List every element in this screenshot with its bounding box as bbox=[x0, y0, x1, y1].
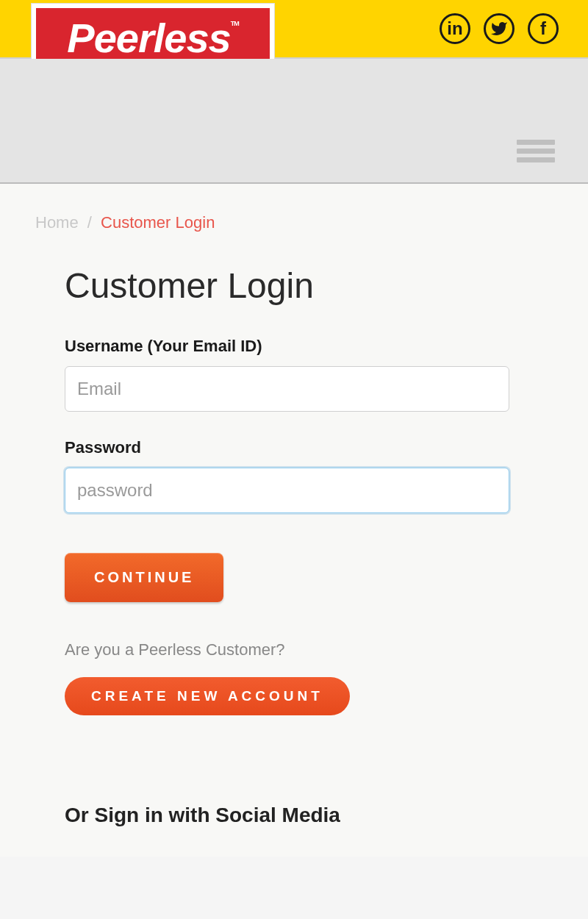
facebook-icon[interactable]: f bbox=[528, 13, 559, 44]
facebook-glyph: f bbox=[540, 18, 546, 39]
linkedin-glyph: in bbox=[447, 18, 462, 39]
logo-brand: PeerlessTM bbox=[46, 14, 259, 62]
breadcrumb-home[interactable]: Home bbox=[35, 213, 79, 232]
username-input[interactable] bbox=[65, 366, 509, 412]
page-title: Customer Login bbox=[65, 265, 553, 306]
menu-icon[interactable] bbox=[517, 136, 555, 166]
social-login-heading: Or Sign in with Social Media bbox=[65, 804, 553, 827]
username-group: Username (Your Email ID) bbox=[65, 337, 553, 412]
breadcrumb: Home / Customer Login bbox=[35, 213, 553, 232]
password-label: Password bbox=[65, 438, 553, 457]
continue-button[interactable]: CONTINUE bbox=[65, 553, 223, 602]
twitter-icon[interactable] bbox=[484, 13, 514, 44]
breadcrumb-current: Customer Login bbox=[101, 213, 215, 232]
password-input[interactable] bbox=[65, 468, 509, 513]
linkedin-icon[interactable]: in bbox=[440, 13, 470, 44]
create-account-button[interactable]: CREATE NEW ACCOUNT bbox=[65, 677, 350, 715]
twitter-glyph bbox=[490, 20, 508, 37]
username-label: Username (Your Email ID) bbox=[65, 337, 553, 356]
logo-tm: TM bbox=[231, 20, 239, 27]
breadcrumb-sep: / bbox=[87, 213, 92, 232]
content: Home / Customer Login Customer Login Use… bbox=[0, 184, 588, 857]
customer-question: Are you a Peerless Customer? bbox=[65, 640, 553, 659]
password-group: Password bbox=[65, 438, 553, 513]
nav-bar bbox=[0, 59, 588, 184]
